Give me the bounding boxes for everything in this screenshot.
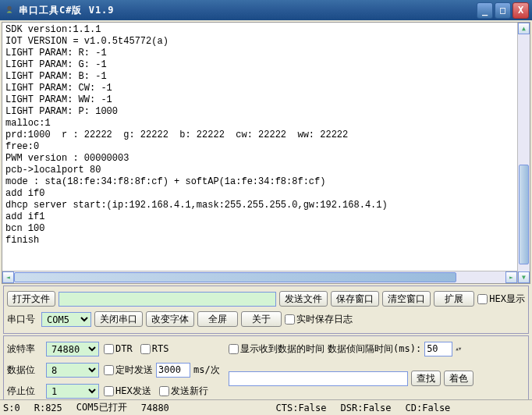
baud-label: 波特率 <box>7 342 41 356</box>
search-input[interactable] <box>229 371 408 386</box>
ms-per-label: ms/次 <box>193 364 220 377</box>
baud-select[interactable]: 74880 <box>46 342 99 356</box>
scroll-down-icon[interactable]: ▼ <box>518 271 530 283</box>
scroll-thumb-v[interactable] <box>519 165 529 264</box>
change-font-button[interactable]: 改变字体 <box>146 311 194 327</box>
app-icon <box>3 4 16 16</box>
scroll-thumb-h[interactable] <box>14 272 456 282</box>
status-dsr: DSR:False <box>341 403 392 413</box>
timed-interval-input[interactable] <box>156 363 190 378</box>
send-file-button[interactable]: 发送文件 <box>279 291 328 307</box>
status-recv: R:825 <box>34 403 62 413</box>
stopbits-label: 停止位 <box>7 385 41 398</box>
hex-send-checkbox[interactable]: HEX发送 <box>104 385 151 398</box>
scroll-right-icon[interactable]: ► <box>505 271 517 283</box>
scroll-left-icon[interactable]: ◄ <box>2 271 14 283</box>
window-title: 串口工具C#版 V1.9 <box>19 4 477 17</box>
status-cts: CTS:False <box>275 403 326 413</box>
databits-select[interactable]: 8 <box>46 363 99 378</box>
close-port-button[interactable]: 关闭串口 <box>94 311 143 327</box>
fullscreen-button[interactable]: 全屏 <box>197 311 238 327</box>
timed-send-checkbox[interactable]: 定时发送 <box>104 364 153 377</box>
titlebar[interactable]: 串口工具C#版 V1.9 _ □ X <box>0 0 532 20</box>
console-output: SDK version:1.1.1 IOT VERSION = v1.0.5t4… <box>2 22 530 284</box>
databits-label: 数据位 <box>7 364 41 377</box>
rts-checkbox[interactable]: RTS <box>140 343 169 354</box>
stopbits-select[interactable]: 1 <box>46 384 99 399</box>
horizontal-scrollbar[interactable]: ◄ ► <box>2 271 517 283</box>
color-button[interactable]: 着色 <box>444 371 473 386</box>
open-file-button[interactable]: 打开文件 <box>7 291 55 307</box>
maximize-button[interactable]: □ <box>495 2 511 19</box>
realtime-save-checkbox[interactable]: 实时保存日志 <box>285 313 353 326</box>
toolbar-panel: 打开文件 发送文件 保存窗口 清空窗口 扩展 HEX显示 串口号 COM5 关闭… <box>3 286 529 334</box>
close-button[interactable]: X <box>512 2 529 19</box>
about-button[interactable]: 关于 <box>241 311 282 327</box>
console-text: SDK version:1.1.1 IOT VERSION = v1.0.5t4… <box>2 23 530 283</box>
port-select[interactable]: COM5 <box>41 312 91 327</box>
minimize-button[interactable]: _ <box>477 2 493 19</box>
send-newline-checkbox[interactable]: 发送新行 <box>159 385 208 398</box>
status-cd: CD:False <box>406 403 451 413</box>
vertical-scrollbar[interactable]: ▲ ▼ <box>517 23 530 283</box>
interval-input[interactable] <box>424 342 452 356</box>
interval-spinner-icon[interactable]: ▲▼ <box>456 346 461 351</box>
clear-window-button[interactable]: 清空窗口 <box>382 291 431 307</box>
port-label: 串口号 <box>7 313 38 326</box>
status-bar: S:0 R:825 COM5已打开 74880 CTS:False DSR:Fa… <box>0 399 532 415</box>
svg-point-0 <box>7 6 11 10</box>
file-path-input[interactable] <box>59 292 276 307</box>
find-button[interactable]: 查找 <box>411 371 441 386</box>
save-window-button[interactable]: 保存窗口 <box>331 291 379 307</box>
dtr-checkbox[interactable]: DTR <box>104 343 133 354</box>
status-port: COM5已打开 <box>76 401 127 414</box>
status-baud: 74880 <box>141 403 169 413</box>
interval-label: 数据侦间隔时间(ms): <box>328 342 421 356</box>
hex-display-checkbox[interactable]: HEX显示 <box>477 293 525 306</box>
expand-button[interactable]: 扩展 <box>434 291 474 307</box>
scroll-up-icon[interactable]: ▲ <box>518 23 530 34</box>
show-rx-time-checkbox[interactable]: 显示收到数据的时间 <box>229 342 325 356</box>
status-sent: S:0 <box>3 403 20 413</box>
